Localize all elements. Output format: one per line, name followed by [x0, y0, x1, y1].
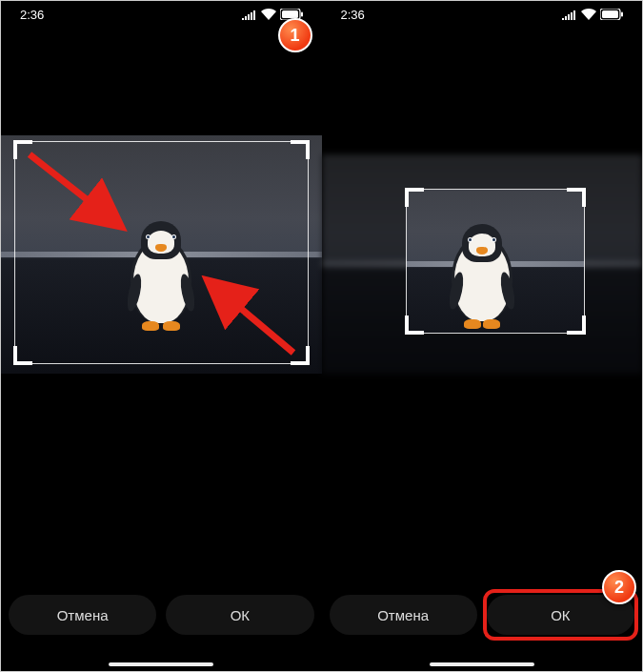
crop-handle-br[interactable]	[567, 316, 586, 335]
ok-label: ОК	[231, 607, 250, 623]
penguin-figurine	[454, 224, 510, 329]
wifi-icon	[261, 9, 276, 20]
status-time: 2:36	[341, 8, 365, 22]
battery-icon	[600, 9, 623, 20]
ok-button[interactable]: ОК	[166, 595, 313, 635]
crop-frame[interactable]	[406, 189, 586, 334]
crop-handle-tl[interactable]	[405, 188, 424, 207]
cancel-button[interactable]: Отмена	[330, 595, 477, 635]
crop-handle-br[interactable]	[291, 346, 310, 365]
svg-rect-2	[301, 12, 303, 17]
status-icons	[562, 9, 623, 20]
status-time: 2:36	[20, 8, 44, 22]
photo-area[interactable]	[322, 154, 643, 374]
crop-handle-bl[interactable]	[405, 316, 424, 335]
crop-handle-tl[interactable]	[13, 140, 32, 159]
svg-rect-6	[602, 10, 618, 18]
crop-frame[interactable]	[14, 141, 309, 364]
home-indicator[interactable]	[109, 662, 213, 666]
step-badge: 1	[278, 18, 312, 52]
ok-label: ОК	[551, 607, 570, 623]
bottom-toolbar: Отмена ОК 2	[322, 595, 643, 671]
cancel-label: Отмена	[377, 607, 429, 623]
status-bar: 2:36	[1, 1, 322, 28]
crop-handle-bl[interactable]	[13, 346, 32, 365]
step-badge: 2	[602, 570, 636, 604]
svg-rect-1	[282, 10, 298, 18]
crop-editor	[322, 28, 643, 595]
bottom-toolbar: Отмена ОК	[1, 595, 322, 671]
svg-rect-7	[621, 12, 623, 17]
wifi-icon	[581, 9, 596, 20]
phone-screen-right: 2:36	[322, 1, 643, 671]
signal-icon	[562, 10, 577, 20]
status-bar: 2:36	[322, 1, 643, 28]
cancel-button[interactable]: Отмена	[9, 595, 156, 635]
crop-editor: 1	[1, 28, 322, 595]
signal-icon	[242, 10, 257, 20]
crop-handle-tr[interactable]	[567, 188, 586, 207]
photo-area[interactable]	[1, 135, 322, 374]
phone-screen-left: 2:36	[1, 1, 322, 671]
crop-handle-tr[interactable]	[291, 140, 310, 159]
cancel-label: Отмена	[57, 607, 109, 623]
home-indicator[interactable]	[430, 662, 534, 666]
